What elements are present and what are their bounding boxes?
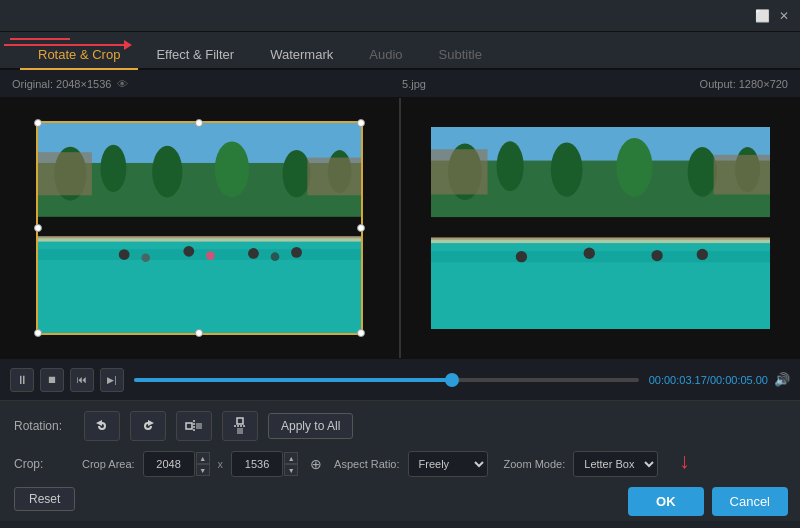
crop-width-down[interactable]: ▼ (196, 464, 210, 476)
arrow-head (124, 40, 132, 50)
total-time: 00:00:05.00 (710, 374, 768, 386)
rotate-right-button[interactable] (130, 411, 166, 441)
volume-icon[interactable]: 🔊 (774, 372, 790, 387)
title-bar: ⬜ ✕ (0, 0, 800, 32)
original-size: Original: 2048×1536 (12, 78, 111, 90)
preview-left (0, 98, 401, 358)
ok-button[interactable]: OK (628, 487, 704, 516)
svg-point-5 (215, 142, 249, 198)
preview-right (401, 98, 800, 358)
crop-width-up[interactable]: ▲ (196, 452, 210, 464)
svg-rect-9 (307, 158, 361, 196)
svg-point-3 (100, 145, 126, 192)
svg-point-23 (496, 141, 523, 191)
svg-rect-40 (237, 418, 243, 424)
filename: 5.jpg (128, 78, 699, 90)
svg-point-32 (516, 251, 527, 262)
svg-point-35 (697, 248, 708, 259)
crop-label: Crop: (14, 457, 74, 471)
red-arrow-indicator (4, 40, 132, 50)
aspect-ratio-label: Aspect Ratio: (334, 458, 399, 470)
svg-point-26 (688, 147, 717, 197)
next-frame-button[interactable]: ▶| (100, 368, 124, 392)
apply-all-button[interactable]: Apply to All (268, 413, 353, 439)
pause-button[interactable]: ⏸ (10, 368, 34, 392)
crop-handle-tr[interactable] (357, 119, 365, 127)
right-preview-container (431, 127, 770, 330)
action-row: ↓ OK Cancel (628, 487, 788, 516)
progress-bar[interactable] (134, 378, 639, 382)
right-preview-image (431, 127, 770, 330)
left-preview-image (38, 123, 361, 332)
svg-rect-31 (431, 251, 770, 262)
crop-width-spinner: ▲ ▼ (143, 451, 210, 477)
output-size: Output: 1280×720 (700, 78, 788, 90)
tab-subtitle[interactable]: Subtitle (421, 41, 500, 70)
crop-height-up[interactable]: ▲ (284, 452, 298, 464)
flip-vertical-button[interactable] (222, 411, 258, 441)
svg-point-6 (282, 150, 310, 197)
svg-rect-41 (237, 428, 243, 434)
arrow-line (4, 44, 124, 46)
svg-point-12 (119, 250, 130, 261)
tab-effect-filter[interactable]: Effect & Filter (138, 41, 252, 70)
crop-frame (36, 121, 363, 334)
stop-button[interactable]: ⏹ (40, 368, 64, 392)
crop-area-label: Crop Area: (82, 458, 135, 470)
crop-height-arrows: ▲ ▼ (284, 452, 298, 476)
zoom-mode-label: Zoom Mode: (504, 458, 566, 470)
restore-button[interactable]: ⬜ (754, 8, 770, 24)
info-bar: Original: 2048×1536 👁 5.jpg Output: 1280… (0, 70, 800, 98)
crop-handle-mr[interactable] (357, 224, 365, 232)
tab-watermark[interactable]: Watermark (252, 41, 351, 70)
tab-audio[interactable]: Audio (351, 41, 420, 70)
rotation-row: Rotation: Apply to All (14, 411, 786, 441)
svg-point-17 (271, 253, 280, 262)
prev-frame-button[interactable]: ⏮ (70, 368, 94, 392)
svg-rect-19 (38, 237, 361, 242)
svg-point-33 (584, 247, 595, 258)
svg-rect-36 (431, 237, 770, 243)
x-separator: x (218, 458, 224, 470)
svg-point-34 (651, 249, 662, 260)
crop-height-input[interactable] (231, 451, 283, 477)
flip-horizontal-button[interactable] (176, 411, 212, 441)
close-button[interactable]: ✕ (776, 8, 792, 24)
svg-rect-11 (38, 250, 361, 261)
svg-point-25 (616, 138, 652, 197)
svg-point-15 (206, 252, 215, 261)
svg-point-24 (551, 142, 583, 196)
crosshair-icon: ⊕ (310, 456, 322, 472)
aspect-ratio-select[interactable]: Freely (408, 451, 488, 477)
eye-icon[interactable]: 👁 (117, 78, 128, 90)
rotation-label: Rotation: (14, 419, 74, 433)
svg-rect-38 (196, 423, 202, 429)
svg-point-14 (183, 246, 194, 257)
crop-handle-bl[interactable] (34, 329, 42, 337)
crop-handle-ml[interactable] (34, 224, 42, 232)
svg-rect-28 (431, 149, 488, 194)
ok-arrow-indicator: ↓ (679, 450, 690, 472)
svg-rect-37 (186, 423, 192, 429)
crop-handle-bm[interactable] (195, 329, 203, 337)
crop-handle-br[interactable] (357, 329, 365, 337)
crop-height-down[interactable]: ▼ (284, 464, 298, 476)
current-time: 00:00:03.17 (649, 374, 707, 386)
zoom-mode-select[interactable]: Letter Box (573, 451, 658, 477)
cancel-button[interactable]: Cancel (712, 487, 788, 516)
flip-v-icon (232, 417, 248, 435)
svg-point-13 (141, 254, 150, 263)
progress-fill (134, 378, 452, 382)
main-area (0, 98, 800, 358)
crop-height-spinner: ▲ ▼ (231, 451, 298, 477)
crop-width-arrows: ▲ ▼ (196, 452, 210, 476)
timeline-bar: ⏸ ⏹ ⏮ ▶| 00:00:03.17/00:00:05.00 🔊 (0, 358, 800, 400)
svg-point-4 (152, 146, 182, 198)
crop-width-input[interactable] (143, 451, 195, 477)
svg-rect-29 (714, 155, 771, 195)
svg-point-18 (291, 247, 302, 258)
rotate-left-button[interactable] (84, 411, 120, 441)
reset-button[interactable]: Reset (14, 487, 75, 511)
crop-row: Crop: Crop Area: ▲ ▼ x ▲ ▼ ⊕ Aspect Rati… (14, 451, 786, 477)
progress-thumb[interactable] (445, 373, 459, 387)
